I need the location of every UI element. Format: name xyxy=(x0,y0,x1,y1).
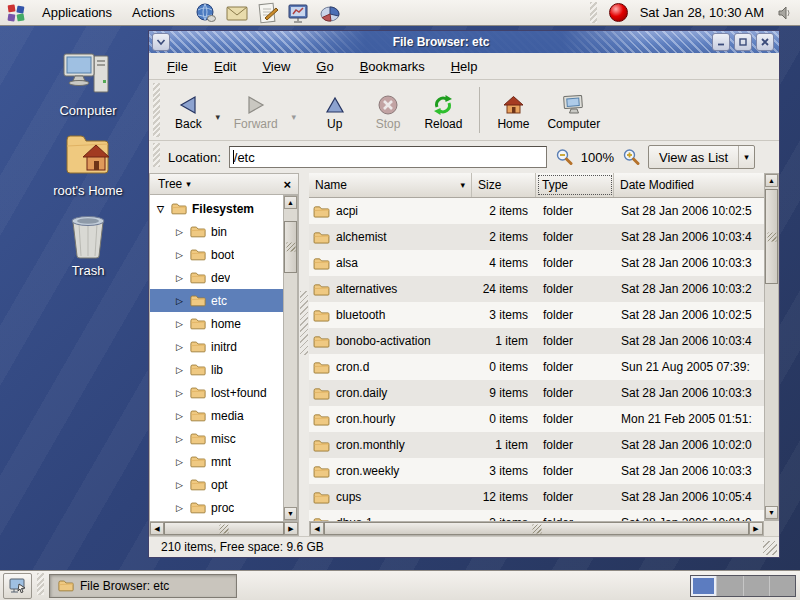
tree-item[interactable]: ▷ bin xyxy=(150,220,283,243)
window-menu-button[interactable] xyxy=(152,33,170,51)
scrollbar-thumb[interactable] xyxy=(284,221,297,273)
expander-closed-icon[interactable]: ▷ xyxy=(174,480,185,490)
tree-item-root[interactable]: ▽ Filesystem xyxy=(150,197,283,220)
back-button[interactable]: Back xyxy=(166,87,211,134)
show-desktop-button[interactable] xyxy=(3,573,32,599)
tree-item[interactable]: ▷ initrd xyxy=(150,335,283,358)
expander-closed-icon[interactable]: ▷ xyxy=(174,273,185,283)
expander-closed-icon[interactable]: ▷ xyxy=(174,388,185,398)
expander-closed-icon[interactable]: ▷ xyxy=(174,319,185,329)
expander-closed-icon[interactable]: ▷ xyxy=(174,457,185,467)
column-header-name[interactable]: Name ▾ xyxy=(309,173,472,197)
titlebar[interactable]: File Browser: etc xyxy=(149,31,779,53)
expander-closed-icon[interactable]: ▷ xyxy=(174,227,185,237)
scrollbar-thumb[interactable] xyxy=(765,189,778,284)
menu-item[interactable]: View xyxy=(262,59,290,74)
desktop-icon-computer[interactable]: Computer xyxy=(32,50,144,118)
clock[interactable]: Sat Jan 28, 10:30 AM xyxy=(640,5,764,20)
scrollbar-thumb[interactable] xyxy=(324,522,749,535)
side-pane-close-icon[interactable]: × xyxy=(280,178,294,191)
desktop-icon-home[interactable]: root's Home xyxy=(32,130,144,198)
file-row[interactable]: cron.weekly 3 items folder Sat 28 Jan 20… xyxy=(309,458,764,484)
pane-separator[interactable] xyxy=(299,173,309,536)
web-browser-icon[interactable] xyxy=(195,2,217,24)
scrollbar-thumb[interactable] xyxy=(164,522,284,535)
menu-applications[interactable]: Applications xyxy=(38,3,116,22)
taskbar-handle[interactable] xyxy=(37,573,44,595)
menu-actions[interactable]: Actions xyxy=(128,3,179,22)
view-mode-combo[interactable]: View as List ▾ xyxy=(648,145,755,169)
expander-open-icon[interactable]: ▽ xyxy=(155,204,166,214)
workspace-cell[interactable] xyxy=(744,576,770,596)
toolbar-handle[interactable] xyxy=(153,83,160,137)
file-row[interactable]: acpi 2 items folder Sat 28 Jan 2006 10:0… xyxy=(309,198,764,224)
tree-item[interactable]: ▷ misc xyxy=(150,427,283,450)
tree-item[interactable]: ▷ mnt xyxy=(150,450,283,473)
back-dropdown[interactable]: ▾ xyxy=(211,112,225,122)
resize-grip[interactable] xyxy=(763,541,777,555)
tree-item[interactable]: ▷ boot xyxy=(150,243,283,266)
scroll-left-icon[interactable]: ◀ xyxy=(310,522,324,535)
file-row[interactable]: cron.hourly 0 items folder Mon 21 Feb 20… xyxy=(309,406,764,432)
tree-item[interactable]: ▷ proc xyxy=(150,496,283,519)
tree-item[interactable]: ▷ etc xyxy=(150,289,283,312)
expander-closed-icon[interactable]: ▷ xyxy=(174,296,185,306)
file-row[interactable]: cups 12 items folder Sat 28 Jan 2006 10:… xyxy=(309,484,764,510)
expander-closed-icon[interactable]: ▷ xyxy=(174,342,185,352)
up-button[interactable]: Up xyxy=(315,87,355,134)
scroll-down-icon[interactable]: ▼ xyxy=(765,506,778,519)
menu-item[interactable]: Bookmarks xyxy=(360,59,425,74)
email-icon[interactable] xyxy=(226,2,248,24)
tree-item[interactable]: ▷ home xyxy=(150,312,283,335)
reload-button[interactable]: Reload xyxy=(415,87,471,134)
file-row[interactable]: cron.daily 9 items folder Sat 28 Jan 200… xyxy=(309,380,764,406)
presentation-icon[interactable] xyxy=(288,2,310,24)
menu-item[interactable]: Go xyxy=(316,59,333,74)
scroll-down-icon[interactable]: ▼ xyxy=(284,507,297,520)
file-row[interactable]: alchemist 2 items folder Sat 28 Jan 2006… xyxy=(309,224,764,250)
tree-horizontal-scrollbar[interactable]: ◀ ▶ xyxy=(149,521,299,536)
workspace-cell[interactable] xyxy=(717,576,743,596)
home-button[interactable]: Home xyxy=(488,87,538,134)
file-row[interactable]: cron.monthly 1 item folder Sat 28 Jan 20… xyxy=(309,432,764,458)
expander-closed-icon[interactable]: ▷ xyxy=(174,250,185,260)
tree-item[interactable]: ▷ media xyxy=(150,404,283,427)
tree-item[interactable]: ▷ lib xyxy=(150,358,283,381)
workspace-cell[interactable] xyxy=(770,576,795,596)
expander-closed-icon[interactable]: ▷ xyxy=(174,503,185,513)
column-header-size[interactable]: Size xyxy=(472,173,536,197)
close-button[interactable] xyxy=(756,33,774,51)
file-row[interactable]: alternatives 24 items folder Sat 28 Jan … xyxy=(309,276,764,302)
redhat-menu-icon[interactable] xyxy=(6,3,26,23)
red-alert-icon[interactable] xyxy=(609,3,628,22)
scroll-right-icon[interactable]: ▶ xyxy=(284,522,298,535)
volume-icon[interactable] xyxy=(776,4,794,22)
scroll-up-icon[interactable]: ▲ xyxy=(765,174,778,187)
list-vertical-scrollbar[interactable]: ▲ ▼ xyxy=(764,173,779,520)
chart-icon[interactable] xyxy=(319,2,341,24)
menu-item[interactable]: File xyxy=(167,59,188,74)
workspace-cell[interactable] xyxy=(691,576,717,596)
minimize-button[interactable] xyxy=(712,33,730,51)
menu-item[interactable]: Help xyxy=(451,59,478,74)
tree-vertical-scrollbar[interactable]: ▲ ▼ xyxy=(283,195,298,521)
word-processor-icon[interactable] xyxy=(257,2,279,24)
expander-closed-icon[interactable]: ▷ xyxy=(174,434,185,444)
file-row[interactable]: bonobo-activation 1 item folder Sat 28 J… xyxy=(309,328,764,354)
tree-item[interactable]: ▷ dev xyxy=(150,266,283,289)
panel-handle[interactable] xyxy=(590,2,597,23)
file-row[interactable]: bluetooth 3 items folder Sat 28 Jan 2006… xyxy=(309,302,764,328)
menu-item[interactable]: Edit xyxy=(214,59,236,74)
maximize-button[interactable] xyxy=(734,33,752,51)
list-horizontal-scrollbar[interactable]: ◀ ▶ xyxy=(309,521,764,536)
location-handle[interactable] xyxy=(153,143,160,167)
location-input[interactable]: /etc xyxy=(229,146,547,168)
file-row[interactable]: cron.d 0 items folder Sun 21 Aug 2005 07… xyxy=(309,354,764,380)
zoom-out-icon[interactable] xyxy=(555,148,573,166)
desktop-icon-trash[interactable]: Trash xyxy=(32,212,144,278)
expander-closed-icon[interactable]: ▷ xyxy=(174,365,185,375)
forward-dropdown[interactable]: ▾ xyxy=(287,112,301,122)
column-header-date[interactable]: Date Modified xyxy=(614,173,764,197)
file-row[interactable]: alsa 4 items folder Sat 28 Jan 2006 10:0… xyxy=(309,250,764,276)
computer-button[interactable]: Computer xyxy=(538,87,609,134)
